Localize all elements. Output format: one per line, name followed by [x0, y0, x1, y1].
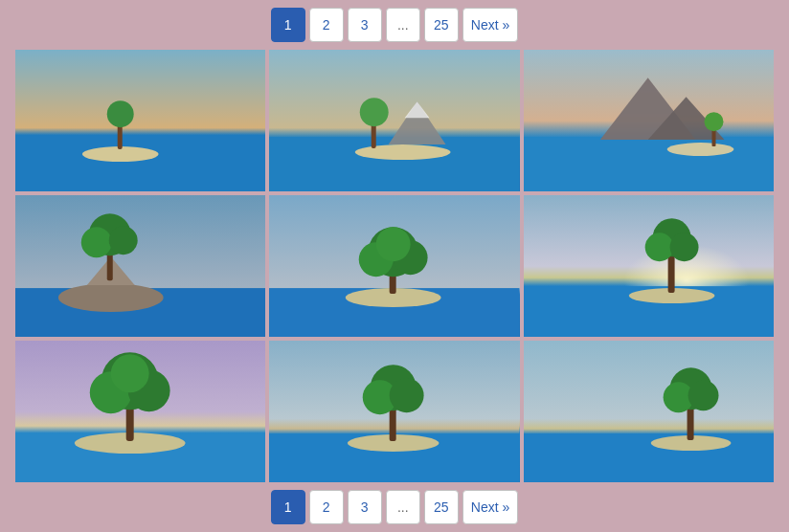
svg-point-25: [81, 227, 112, 257]
grid-cell-7[interactable]: [15, 341, 265, 482]
svg-point-16: [666, 143, 733, 156]
svg-point-34: [376, 227, 411, 261]
svg-point-21: [58, 283, 164, 312]
page-2-bottom[interactable]: 2: [309, 490, 344, 524]
svg-point-9: [355, 144, 451, 160]
svg-point-18: [704, 112, 723, 131]
grid-cell-9[interactable]: [524, 341, 774, 482]
svg-rect-13: [524, 137, 774, 191]
page-3-top[interactable]: 3: [348, 8, 382, 42]
grid-cell-5[interactable]: [269, 195, 519, 337]
svg-point-11: [360, 98, 389, 126]
svg-point-4: [107, 100, 134, 127]
pagination-top[interactable]: 1 2 3 ... 25 Next »: [271, 8, 518, 42]
svg-point-64: [688, 380, 718, 410]
grid-cell-2[interactable]: [269, 50, 519, 191]
page-3-bottom[interactable]: 3: [348, 490, 382, 524]
dots-bottom: ...: [386, 490, 420, 524]
svg-point-42: [669, 233, 698, 261]
page-1-bottom[interactable]: 1: [271, 490, 305, 524]
next-top[interactable]: Next »: [462, 8, 518, 42]
image-grid: [15, 50, 774, 483]
svg-point-26: [109, 226, 138, 255]
grid-cell-1[interactable]: [15, 50, 265, 191]
page-1-top[interactable]: 1: [271, 8, 305, 42]
grid-cell-3[interactable]: [524, 50, 774, 191]
next-bottom[interactable]: Next »: [462, 490, 518, 524]
grid-cell-6[interactable]: [524, 195, 774, 337]
grid-cell-4[interactable]: [15, 195, 265, 337]
page-25-top[interactable]: 25: [424, 8, 459, 42]
svg-point-41: [644, 233, 673, 261]
svg-rect-59: [524, 433, 774, 482]
svg-point-57: [390, 378, 424, 412]
page-2-top[interactable]: 2: [309, 8, 344, 42]
pagination-bottom[interactable]: 1 2 3 ... 25 Next »: [271, 490, 518, 524]
dots-top: ...: [386, 8, 420, 42]
svg-rect-1: [15, 135, 265, 191]
grid-cell-8[interactable]: [269, 341, 519, 482]
svg-point-50: [111, 354, 149, 392]
page-25-bottom[interactable]: 25: [424, 490, 459, 524]
